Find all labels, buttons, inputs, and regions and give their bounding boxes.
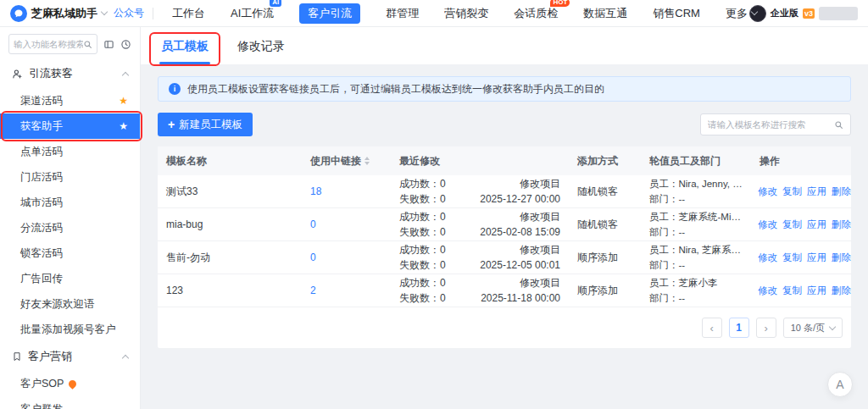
page-size-value: 10 条/页 <box>791 322 825 334</box>
toolbar: + 新建员工模板 <box>158 113 851 136</box>
panel-toggle-icon[interactable] <box>103 39 114 50</box>
sidebar-item-order-qrcode[interactable]: 点单活码 <box>0 139 140 164</box>
apply-action[interactable]: 应用 <box>807 185 826 198</box>
sidebar-item-lock-qrcode[interactable]: 锁客活码 <box>0 240 140 266</box>
sidebar-item-store-qrcode[interactable]: 门店活码 <box>0 164 140 190</box>
nav-item-marketing-fission[interactable]: 营销裂变 <box>444 3 488 24</box>
nav-item-label: 会话质检 <box>514 7 558 19</box>
flame-icon <box>68 379 79 390</box>
delete-action[interactable]: 删除 <box>832 251 851 264</box>
page-number-button[interactable]: 1 <box>729 318 749 338</box>
nav-item-ai-workflow[interactable]: AI工作流 AI <box>231 3 274 24</box>
delete-action[interactable]: 删除 <box>832 185 851 198</box>
edit-action[interactable]: 修改 <box>758 218 777 231</box>
template-search-input[interactable] <box>708 119 829 130</box>
chevron-down-icon <box>101 8 108 15</box>
delete-action[interactable]: 删除 <box>832 285 851 297</box>
section-title-acquisition[interactable]: 引流获客 <box>0 59 140 88</box>
sort-icon[interactable] <box>364 157 370 165</box>
add-method: 顺序添加 <box>569 284 641 298</box>
sidebar-item-customer-broadcast[interactable]: 客户群发 <box>0 396 140 409</box>
next-page-button[interactable]: › <box>756 318 776 338</box>
bookmark-icon <box>12 351 22 362</box>
table-row: 测试33 18 成功数：0 失败数：0 修改项目 2025-12-27 00:0… <box>158 175 851 208</box>
hot-badge: HOT <box>550 0 570 7</box>
staff-names: 员工：Nira, 芝麻系统-Fre... <box>649 244 743 256</box>
copy-action[interactable]: 复制 <box>782 218 802 231</box>
sidebar-item-friend-source-welcome[interactable]: 好友来源欢迎语 <box>0 291 140 317</box>
table-row: 123 2 成功数：0 失败数：0 修改项目 2025-11-18 00:00 <box>158 274 851 307</box>
nav-item-workbench[interactable]: 工作台 <box>172 3 205 24</box>
staff-dept: 部门：-- <box>649 292 743 304</box>
version-tag: v3 <box>803 8 815 19</box>
search-icon <box>83 40 92 49</box>
copy-action[interactable]: 复制 <box>782 285 802 297</box>
copy-action[interactable]: 复制 <box>782 251 802 264</box>
staff-names: 员工：芝麻小李 <box>649 277 743 289</box>
sidebar-item-acquisition-assistant[interactable]: 获客助手 ★ <box>0 113 140 139</box>
main-area: 员工模板 修改记录 i 使用员工模板设置获客链接员工后，可通过编辑员工模板达到统… <box>141 27 868 409</box>
add-method: 随机锁客 <box>569 185 641 199</box>
edit-action[interactable]: 修改 <box>758 185 777 198</box>
redacted-username <box>819 7 858 20</box>
links-count-link[interactable]: 0 <box>310 251 316 263</box>
brand[interactable]: 芝麻私域助手 <box>10 5 107 22</box>
nav-item-more[interactable]: 更多 <box>726 3 757 24</box>
nav-item-sales-crm[interactable]: 销售CRM <box>653 3 700 24</box>
star-icon[interactable]: ★ <box>119 121 128 131</box>
tab-modification-records[interactable]: 修改记录 <box>236 39 287 64</box>
sidebar-item-batch-add-video-customers[interactable]: 批量添加视频号客户 <box>0 317 140 342</box>
app-logo-icon <box>10 5 27 22</box>
section-title-label: 客户营销 <box>28 349 72 364</box>
col-staff-dept: 轮值员工及部门 <box>641 154 751 169</box>
create-template-button[interactable]: + 新建员工模板 <box>158 113 253 136</box>
staff-names: 员工：Nira, Jenny, 芝麻... <box>649 178 743 190</box>
nav-item-data-exchange[interactable]: 数据互通 <box>583 3 627 24</box>
star-icon[interactable]: ★ <box>119 96 128 106</box>
apply-action[interactable]: 应用 <box>807 218 826 231</box>
edit-action[interactable]: 修改 <box>758 285 777 297</box>
user-area[interactable]: 企业版 v3 <box>749 5 858 22</box>
copy-action[interactable]: 复制 <box>782 185 802 198</box>
nav-item-customer-acquisition[interactable]: 客户引流 <box>299 3 360 24</box>
tab-bar: 员工模板 修改记录 <box>141 27 868 64</box>
sidebar-search-row <box>0 34 140 54</box>
sidebar-item-city-qrcode[interactable]: 城市活码 <box>0 190 140 215</box>
tab-employee-template[interactable]: 员工模板 <box>159 39 210 64</box>
change-type: 修改项目 <box>481 277 560 290</box>
links-count-link[interactable]: 18 <box>310 185 321 197</box>
pagination: ‹ 1 › 10 条/页 <box>158 307 851 348</box>
sidebar-item-channel-qrcode[interactable]: 渠道活码 ★ <box>0 88 140 113</box>
apply-action[interactable]: 应用 <box>807 251 826 264</box>
staff-dept: 部门：-- <box>649 259 743 271</box>
info-icon: i <box>169 83 181 95</box>
nav-item-group-management[interactable]: 群管理 <box>386 3 419 24</box>
links-count-link[interactable]: 2 <box>310 285 316 296</box>
edit-action[interactable]: 修改 <box>758 251 777 264</box>
sidebar-item-split-qrcode[interactable]: 分流活码 <box>0 215 140 240</box>
delete-action[interactable]: 删除 <box>832 218 851 231</box>
page-size-select[interactable]: 10 条/页 <box>783 318 843 338</box>
section-title-label: 引流获客 <box>29 66 73 81</box>
history-icon[interactable] <box>120 39 131 50</box>
nav-item-chat-inspection[interactable]: 会话质检 HOT <box>514 3 558 24</box>
apply-action[interactable]: 应用 <box>807 285 826 297</box>
account-type-link[interactable]: 公众号 <box>114 6 144 20</box>
col-last-modified: 最近修改 <box>391 154 569 169</box>
table-row: 售前-勿动 0 成功数：0 失败数：0 修改项目 2025-12-05 00:0… <box>158 241 851 274</box>
links-count-link[interactable]: 0 <box>310 218 316 230</box>
sidebar-section-acquisition: 引流获客 渠道活码 ★ 获客助手 ★ 点单活码 门店活码 城市活码 分流活码 锁… <box>0 59 140 342</box>
floating-assistant-button[interactable]: A <box>827 372 853 397</box>
sidebar-item-label: 渠道活码 <box>20 94 63 108</box>
sidebar-item-ad-callback[interactable]: 广告回传 <box>0 266 140 291</box>
success-count: 成功数：0 <box>399 178 446 191</box>
sidebar-search-input[interactable] <box>14 39 83 49</box>
content-area: i 使用员工模板设置获客链接员工后，可通过编辑员工模板达到统一修改获客助手内员工… <box>141 64 868 409</box>
template-search[interactable] <box>700 113 851 135</box>
col-links-in-use[interactable]: 使用中链接 <box>302 154 391 169</box>
section-title-marketing[interactable]: 客户营销 <box>0 342 140 371</box>
sidebar-search[interactable] <box>8 34 97 54</box>
banner-text: 使用员工模板设置获客链接员工后，可通过编辑员工模板达到统一修改获客助手内员工的目… <box>187 82 604 97</box>
prev-page-button[interactable]: ‹ <box>702 318 722 338</box>
sidebar-item-customer-sop[interactable]: 客户SOP <box>0 371 140 396</box>
